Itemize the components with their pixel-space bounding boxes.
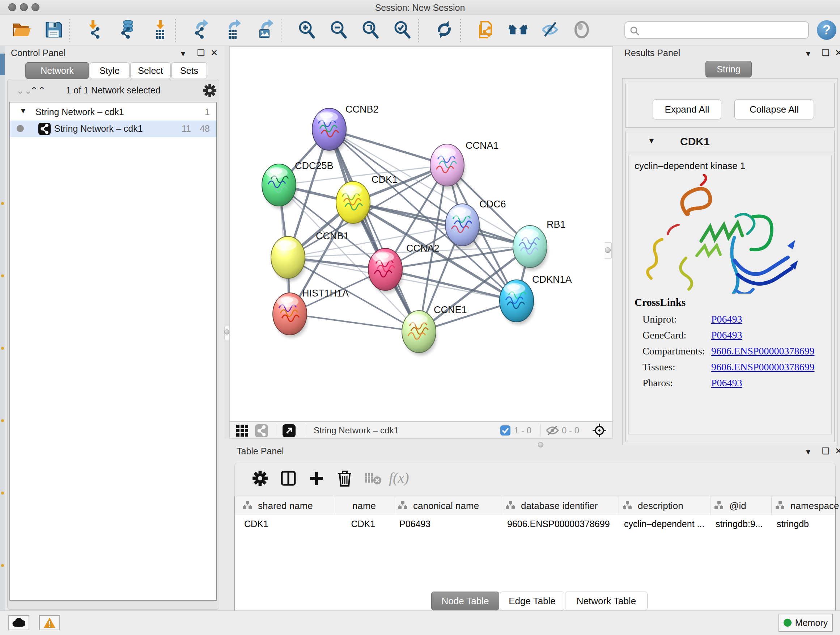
network-row-selected[interactable]: String Network – cdk1 11 48 [10,120,216,137]
column-header-canonicalname[interactable]: canonical name [394,496,502,515]
node-CCNA1[interactable] [430,144,465,189]
import-table-button[interactable] [148,19,170,41]
splitter-handle-icon[interactable] [605,247,611,253]
expand-all-button[interactable]: Expand All [653,99,722,119]
zoom-fit-button[interactable] [360,19,381,41]
help-icon[interactable]: ? [817,20,836,40]
split-columns-icon [280,470,296,488]
zoom-out-button[interactable] [328,19,349,41]
homes-button[interactable] [507,19,529,41]
table-cell[interactable]: CDK1 [244,519,332,529]
panel-menu-icon[interactable]: ▾ [181,49,185,59]
network-view-canvas[interactable]: CCNB2CCNA1CDC25BCDK1CDC6RB1CCNB1CCNA2CDK… [229,46,613,421]
node-CDC25B[interactable] [262,164,297,209]
table-cell[interactable]: CDK1 [351,519,404,529]
column-header-id[interactable]: @id [711,496,772,515]
table-cell[interactable]: P06493 [399,519,500,529]
node-RB1[interactable] [513,226,548,271]
network-graph[interactable]: CCNB2CCNA1CDC25BCDK1CDC6RB1CCNB1CCNA2CDK… [230,47,613,421]
panel-menu-icon[interactable]: ▾ [806,447,810,457]
crosslink-link[interactable]: P06493 [711,314,742,325]
collapse-arrow-icon[interactable]: ▼ [19,107,27,115]
crosslink-link[interactable]: P06493 [711,377,742,389]
memory-button[interactable]: Memory [778,614,833,632]
table-cell[interactable]: 9606.ENSP00000378699 [507,519,617,529]
open-file-button[interactable] [11,19,33,41]
import-database-button[interactable] [117,19,138,41]
node-CCNB2[interactable] [312,108,347,153]
zoom-selected-icon [393,20,412,41]
tab-string[interactable]: String [706,61,752,78]
collapse-arrow-icon[interactable]: ▼ [647,136,655,146]
tab-network-table[interactable]: Network Table [565,592,647,610]
birdseye-grid-icon[interactable] [236,424,248,439]
network-status-dot-icon [17,125,24,132]
table-settings-gear-button[interactable] [249,468,271,490]
node-HIST1H1A[interactable] [273,293,308,338]
table-cell[interactable]: cyclin–dependent ... [624,519,708,529]
export-network-button[interactable] [190,19,212,41]
selected-checkbox-icon[interactable] [500,425,510,437]
column-header-sharedname[interactable]: shared name [239,496,334,515]
cloud-status-button[interactable] [8,615,29,630]
tab-node-table[interactable]: Node Table [431,592,499,610]
tab-sets[interactable]: Sets [172,62,207,79]
float-panel-icon[interactable]: ❑ [822,446,830,456]
float-panel-icon[interactable]: ❑ [197,48,205,58]
crosslink-link[interactable]: 9606.ENSP00000378699 [711,361,814,373]
node-CCNA2[interactable] [368,249,403,293]
delete-column-button[interactable] [334,468,355,490]
tab-network[interactable]: Network [25,62,89,79]
share-document-button[interactable] [475,19,497,41]
network-collection-row[interactable]: ▼ String Network – cdk1 1 [10,104,216,120]
warning-status-button[interactable] [39,615,60,630]
protein-section-header[interactable]: ▼ CDK1 [626,131,834,152]
string-network-icon[interactable] [255,424,268,439]
close-panel-icon[interactable]: ✕ [210,48,218,58]
table-cell[interactable]: stringdb:9... [715,519,769,529]
zoom-in-button[interactable] [296,19,317,41]
export-table-button[interactable] [222,19,244,41]
node-CDK1[interactable] [336,181,371,226]
tab-select[interactable]: Select [130,62,171,79]
split-columns-button[interactable] [278,468,299,490]
birdseye-button[interactable] [571,19,592,41]
column-header-name[interactable]: name [334,496,394,515]
hidden-eye-icon[interactable] [545,424,560,438]
splitter-left[interactable] [224,46,229,439]
hide-graphics-button[interactable] [539,19,561,41]
search-input[interactable] [624,21,809,39]
refresh-layout-button[interactable] [433,19,455,41]
panel-menu-icon[interactable]: ▾ [806,49,810,59]
zoom-selected-button[interactable] [392,19,413,41]
splitter-handle-icon[interactable] [224,329,229,334]
save-session-button[interactable] [43,19,65,41]
close-panel-icon[interactable]: ✕ [835,446,840,456]
column-header-description[interactable]: description [619,496,711,515]
fit-selected-crosshair-icon[interactable] [592,423,607,439]
node-CDC6[interactable] [445,204,480,249]
node-label-CDK1: CDK1 [371,174,398,185]
node-label-CCNB1: CCNB1 [316,231,349,241]
crosslink-link[interactable]: P06493 [711,329,742,341]
results-panel-title: Results Panel [624,48,680,58]
table-toolbar: f(x) [234,463,836,496]
collapse-all-button[interactable]: Collapse All [734,99,814,119]
open-in-browser-icon[interactable] [283,424,295,439]
crosslink-link[interactable]: 9606.ENSP00000378699 [711,345,814,357]
node-CCNE1[interactable] [402,310,437,356]
export-image-button[interactable] [254,19,276,41]
import-network-button[interactable] [85,19,106,41]
column-header-databaseidentifier[interactable]: database identifier [502,496,619,515]
table-cell[interactable]: stringdb [777,519,840,529]
edge-HIST1H1A-CCNE1[interactable] [290,314,419,332]
column-header-namespace[interactable]: namespace [772,496,840,515]
network-options-gear-icon[interactable] [203,84,217,99]
float-panel-icon[interactable]: ❑ [822,48,830,58]
tab-edge-table[interactable]: Edge Table [500,592,564,610]
add-column-button[interactable] [306,468,327,490]
node-CDKN1A[interactable] [500,280,534,325]
close-panel-icon[interactable]: ✕ [835,48,840,58]
tab-style[interactable]: Style [90,62,129,79]
node-CCNB1[interactable] [271,236,306,281]
